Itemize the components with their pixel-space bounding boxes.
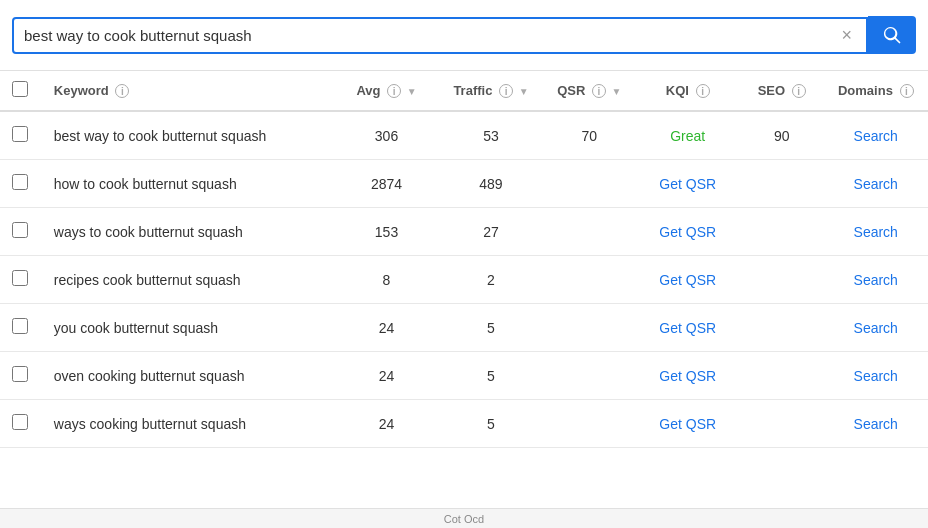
header-checkbox-cell (0, 71, 42, 111)
header-avg: Avg i ▼ (334, 71, 438, 111)
row-qsr (543, 256, 635, 304)
get-qsr-link[interactable]: Get QSR (659, 368, 716, 384)
row-traffic: 489 (439, 160, 543, 208)
row-domains[interactable]: Search (823, 160, 928, 208)
keywords-table: Keyword i Avg i ▼ Traffic i ▼ QSR i ▼ KQ… (0, 71, 928, 448)
row-keyword: ways cooking butternut squash (42, 400, 335, 448)
table-row: ways to cook butternut squash15327Get QS… (0, 208, 928, 256)
get-qsr-link[interactable]: Get QSR (659, 176, 716, 192)
row-seo (740, 352, 824, 400)
get-qsr-link[interactable]: Get QSR (659, 272, 716, 288)
row-kqi[interactable]: Get QSR (635, 160, 739, 208)
row-kqi[interactable]: Get QSR (635, 208, 739, 256)
row-keyword: ways to cook butternut squash (42, 208, 335, 256)
row-domains[interactable]: Search (823, 304, 928, 352)
row-checkbox[interactable] (12, 366, 28, 382)
row-checkbox-cell (0, 256, 42, 304)
search-input-wrapper: × (12, 17, 868, 54)
avg-sort-icon[interactable]: ▼ (407, 86, 417, 97)
row-qsr (543, 352, 635, 400)
row-seo: 90 (740, 111, 824, 160)
domains-info-icon[interactable]: i (900, 84, 914, 98)
keyword-info-icon[interactable]: i (115, 84, 129, 98)
row-domains[interactable]: Search (823, 256, 928, 304)
search-link[interactable]: Search (854, 320, 898, 336)
row-seo (740, 256, 824, 304)
row-kqi[interactable]: Get QSR (635, 304, 739, 352)
row-checkbox[interactable] (12, 126, 28, 142)
row-avg: 2874 (334, 160, 438, 208)
row-traffic: 5 (439, 352, 543, 400)
row-kqi[interactable]: Get QSR (635, 256, 739, 304)
row-avg: 24 (334, 400, 438, 448)
search-input[interactable] (24, 27, 837, 44)
seo-info-icon[interactable]: i (792, 84, 806, 98)
search-link[interactable]: Search (854, 128, 898, 144)
row-traffic: 5 (439, 304, 543, 352)
row-keyword: how to cook butternut squash (42, 160, 335, 208)
kqi-great-label: Great (670, 128, 705, 144)
row-domains[interactable]: Search (823, 400, 928, 448)
header-traffic: Traffic i ▼ (439, 71, 543, 111)
header-domains: Domains i (823, 71, 928, 111)
row-checkbox[interactable] (12, 174, 28, 190)
row-checkbox-cell (0, 111, 42, 160)
kqi-info-icon[interactable]: i (696, 84, 710, 98)
row-domains[interactable]: Search (823, 208, 928, 256)
qsr-sort-icon[interactable]: ▼ (612, 86, 622, 97)
row-checkbox[interactable] (12, 270, 28, 286)
row-avg: 306 (334, 111, 438, 160)
row-checkbox[interactable] (12, 222, 28, 238)
traffic-sort-icon[interactable]: ▼ (519, 86, 529, 97)
row-kqi[interactable]: Get QSR (635, 400, 739, 448)
row-qsr (543, 208, 635, 256)
row-seo (740, 400, 824, 448)
row-traffic: 5 (439, 400, 543, 448)
search-link[interactable]: Search (854, 224, 898, 240)
row-keyword: best way to cook butternut squash (42, 111, 335, 160)
table-row: you cook butternut squash245Get QSRSearc… (0, 304, 928, 352)
row-checkbox-cell (0, 160, 42, 208)
row-avg: 24 (334, 304, 438, 352)
get-qsr-link[interactable]: Get QSR (659, 320, 716, 336)
row-avg: 153 (334, 208, 438, 256)
row-checkbox-cell (0, 400, 42, 448)
row-qsr: 70 (543, 111, 635, 160)
traffic-info-icon[interactable]: i (499, 84, 513, 98)
row-keyword: you cook butternut squash (42, 304, 335, 352)
row-domains[interactable]: Search (823, 111, 928, 160)
row-checkbox[interactable] (12, 414, 28, 430)
search-link[interactable]: Search (854, 272, 898, 288)
row-seo (740, 304, 824, 352)
row-avg: 24 (334, 352, 438, 400)
row-seo (740, 160, 824, 208)
table-row: recipes cook butternut squash82Get QSRSe… (0, 256, 928, 304)
row-kqi[interactable]: Get QSR (635, 352, 739, 400)
table-row: how to cook butternut squash2874489Get Q… (0, 160, 928, 208)
search-bar-container: × (0, 0, 928, 71)
row-traffic: 27 (439, 208, 543, 256)
row-checkbox[interactable] (12, 318, 28, 334)
row-qsr (543, 160, 635, 208)
row-domains[interactable]: Search (823, 352, 928, 400)
avg-info-icon[interactable]: i (387, 84, 401, 98)
get-qsr-link[interactable]: Get QSR (659, 224, 716, 240)
row-avg: 8 (334, 256, 438, 304)
search-link[interactable]: Search (854, 368, 898, 384)
select-all-checkbox[interactable] (12, 81, 28, 97)
search-button[interactable] (868, 16, 916, 54)
row-checkbox-cell (0, 352, 42, 400)
header-kqi: KQI i (635, 71, 739, 111)
header-seo: SEO i (740, 71, 824, 111)
search-link[interactable]: Search (854, 416, 898, 432)
row-seo (740, 208, 824, 256)
row-checkbox-cell (0, 208, 42, 256)
clear-button[interactable]: × (837, 25, 856, 46)
search-link[interactable]: Search (854, 176, 898, 192)
table-header-row: Keyword i Avg i ▼ Traffic i ▼ QSR i ▼ KQ… (0, 71, 928, 111)
get-qsr-link[interactable]: Get QSR (659, 416, 716, 432)
row-keyword: recipes cook butternut squash (42, 256, 335, 304)
qsr-info-icon[interactable]: i (592, 84, 606, 98)
header-qsr: QSR i ▼ (543, 71, 635, 111)
clear-icon: × (841, 25, 852, 46)
